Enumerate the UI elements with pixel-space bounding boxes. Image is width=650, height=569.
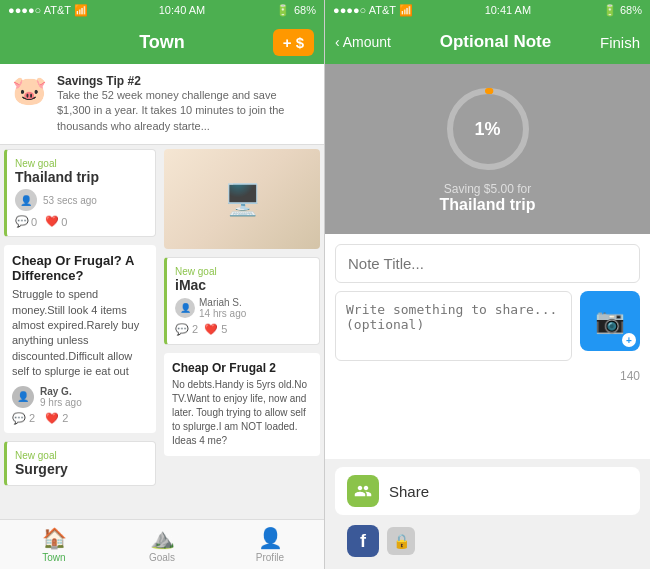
plus-badge: + — [622, 333, 636, 347]
progress-section: 1% Saving $5.00 for Thailand trip — [325, 64, 650, 234]
frugal2-title: Cheap Or Frugal 2 — [172, 361, 312, 375]
tab-profile-label: Profile — [256, 552, 284, 563]
mountain-icon: ⛰️ — [150, 526, 175, 550]
add-money-button[interactable]: + $ — [273, 29, 314, 56]
right-panel: ●●●●○ AT&T 📶 10:41 AM 🔋 68% ‹ Amount Opt… — [325, 0, 650, 569]
progress-goal-name: Thailand trip — [440, 196, 536, 214]
savings-tip: 🐷 Savings Tip #2 Take the 52 week money … — [0, 64, 324, 145]
back-label: Amount — [343, 34, 391, 50]
thailand-time: 53 secs ago — [43, 195, 97, 206]
imac-comments: 💬 2 — [175, 323, 198, 336]
desk-image: 🖥️ — [164, 149, 320, 249]
status-bar-right: ●●●●○ AT&T 📶 10:41 AM 🔋 68% — [325, 0, 650, 20]
frugal2-text: No debts.Handy is 5yrs old.No TV.Want to… — [172, 378, 312, 448]
author-avatar: 👤 — [12, 386, 34, 408]
article-likes: ❤️ 2 — [45, 412, 68, 425]
frugal-article-card[interactable]: Cheap Or Frugal? A Difference? Struggle … — [4, 245, 156, 432]
new-goal-label-thailand: New goal — [15, 158, 147, 169]
note-section: 📷 + 140 — [325, 234, 650, 459]
saving-for-text: Saving $5.00 for — [440, 182, 536, 196]
note-body-input[interactable] — [335, 291, 572, 361]
chevron-left-icon: ‹ — [335, 34, 340, 50]
author-name: Ray G. — [40, 386, 82, 397]
facebook-icon[interactable]: f — [347, 525, 379, 557]
thailand-goal-card[interactable]: New goal Thailand trip 👤 53 secs ago 💬 0… — [4, 149, 156, 237]
tip-text: Take the 52 week money challenge and sav… — [57, 88, 312, 134]
tab-profile[interactable]: 👤 Profile — [216, 526, 324, 563]
avatar-thailand: 👤 — [15, 189, 37, 211]
avatar-imac: 👤 — [175, 298, 195, 318]
content-area: New goal Thailand trip 👤 53 secs ago 💬 0… — [0, 145, 324, 519]
header-right: ‹ Amount Optional Note Finish — [325, 20, 650, 64]
article-title: Cheap Or Frugal? A Difference? — [12, 253, 148, 283]
new-goal-label-imac: New goal — [175, 266, 311, 277]
imac-likes: ❤️ 5 — [204, 323, 227, 336]
surgery-goal-title: Surgery — [15, 461, 147, 477]
page-title-left: Town — [139, 32, 185, 53]
page-title-right: Optional Note — [440, 32, 551, 52]
battery-left: 🔋 68% — [276, 4, 316, 17]
article-comments: 💬 2 — [12, 412, 35, 425]
status-bar-left: ●●●●○ AT&T 📶 10:40 AM 🔋 68% — [0, 0, 324, 20]
tab-goals[interactable]: ⛰️ Goals — [108, 526, 216, 563]
carrier-left: ●●●●○ AT&T 📶 — [8, 4, 88, 17]
finish-button[interactable]: Finish — [600, 34, 640, 51]
left-panel: ●●●●○ AT&T 📶 10:40 AM 🔋 68% Town + $ 🐷 S… — [0, 0, 325, 569]
article-time: 9 hrs ago — [40, 397, 82, 408]
back-button[interactable]: ‹ Amount — [335, 34, 391, 50]
char-count: 140 — [335, 369, 640, 383]
imac-goal-card[interactable]: New goal iMac 👤 Mariah S. 14 hrs ago 💬 2… — [164, 257, 320, 345]
surgery-goal-card[interactable]: New goal Surgery — [4, 441, 156, 486]
progress-circle: 1% — [443, 84, 533, 174]
thailand-goal-title: Thailand trip — [15, 169, 147, 185]
tip-title: Savings Tip #2 — [57, 74, 312, 88]
home-icon: 🏠 — [42, 526, 67, 550]
frugal2-article-card[interactable]: Cheap Or Frugal 2 No debts.Handy is 5yrs… — [164, 353, 320, 456]
header-left: Town + $ — [0, 20, 324, 64]
progress-percent: 1% — [474, 119, 500, 140]
facebook-row: f 🔒 — [335, 521, 640, 561]
article-text: Struggle to spend money.Still look 4 ite… — [12, 287, 148, 379]
tab-town-label: Town — [42, 552, 65, 563]
person-icon: 👤 — [258, 526, 283, 550]
imac-time: 14 hrs ago — [199, 308, 246, 319]
camera-button[interactable]: 📷 + — [580, 291, 640, 351]
thailand-likes: ❤️ 0 — [45, 215, 67, 228]
thailand-comments: 💬 0 — [15, 215, 37, 228]
pig-icon: 🐷 — [12, 74, 47, 107]
tab-town[interactable]: 🏠 Town — [0, 526, 108, 563]
lock-icon[interactable]: 🔒 — [387, 527, 415, 555]
tab-goals-label: Goals — [149, 552, 175, 563]
note-title-input[interactable] — [335, 244, 640, 283]
share-section: Share f 🔒 — [325, 459, 650, 569]
imac-user: Mariah S. — [199, 297, 246, 308]
tab-bar: 🏠 Town ⛰️ Goals 👤 Profile — [0, 519, 324, 569]
share-app-icon — [347, 475, 379, 507]
share-row[interactable]: Share — [335, 467, 640, 515]
new-goal-label-surgery: New goal — [15, 450, 147, 461]
share-label: Share — [389, 483, 429, 500]
imac-goal-title: iMac — [175, 277, 311, 293]
time-right: 10:41 AM — [485, 4, 531, 16]
time-left: 10:40 AM — [159, 4, 205, 16]
